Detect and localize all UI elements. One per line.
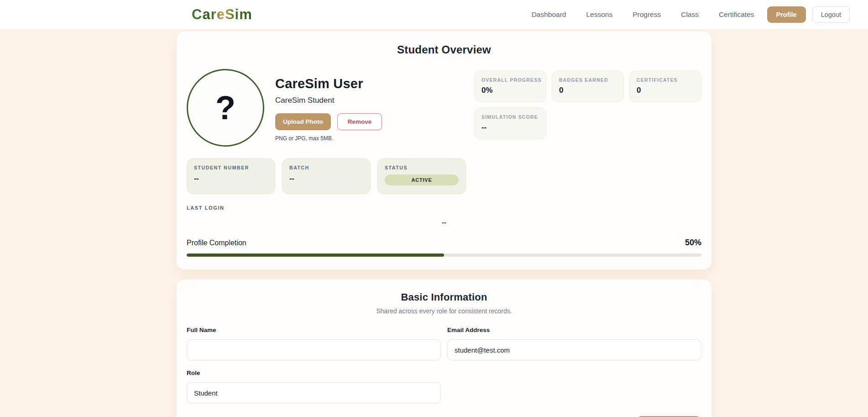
role-label: Role (187, 369, 441, 376)
stat-value: 0 (559, 86, 617, 95)
basic-info-title: Basic Information (187, 291, 701, 303)
caresim-logo[interactable]: CareSim (192, 6, 252, 23)
email-label: Email Address (447, 327, 701, 333)
nav-item-dashboard[interactable]: Dashboard (532, 11, 566, 19)
nav-links: Dashboard Lessons Progress Class Certifi… (532, 11, 754, 19)
detail-label: STUDENT NUMBER (194, 165, 268, 170)
profile-button[interactable]: Profile (767, 6, 806, 23)
completion-label: Profile Completion (187, 239, 246, 247)
photo-hint: PNG or JPG, max 5MB. (275, 135, 382, 142)
stat-label: OVERALL PROGRESS (481, 77, 539, 83)
completion-header: Profile Completion 50% (187, 238, 701, 248)
basic-information-card: Basic Information Shared across every ro… (177, 280, 711, 417)
detail-value: -- (289, 174, 363, 183)
profile-row: ? CareSim User CareSim Student Upload Ph… (187, 69, 701, 147)
top-navigation-bar: CareSim Dashboard Lessons Progress Class… (0, 0, 868, 29)
nav-item-class[interactable]: Class (681, 11, 699, 19)
stat-label: BADGES EARNED (559, 77, 617, 83)
completion-percent: 50% (685, 238, 701, 248)
full-name-field[interactable] (187, 339, 441, 360)
detail-label: STATUS (385, 165, 459, 170)
profile-completion-block: Profile Completion 50% (187, 238, 701, 257)
email-field[interactable] (447, 339, 701, 360)
nav-item-progress[interactable]: Progress (633, 11, 661, 19)
user-role: CareSim Student (275, 96, 382, 105)
stat-card-badges-earned: BADGES EARNED 0 (552, 71, 624, 102)
page-content: Student Overview ? CareSim User CareSim … (0, 29, 868, 417)
role-group: Role (187, 369, 441, 403)
detail-value: -- (194, 174, 268, 183)
nav-item-certificates[interactable]: Certificates (719, 11, 754, 19)
stat-label: CERTIFICATES (637, 77, 694, 83)
last-login-value: -- (187, 218, 701, 226)
avatar: ? (187, 69, 264, 147)
last-login-block: LAST LOGIN -- (187, 205, 701, 226)
stat-card-simulation-score: SIMULATION SCORE -- (474, 108, 546, 139)
logout-button[interactable]: Logout (812, 6, 850, 23)
progress-bar-fill (187, 253, 444, 257)
basic-info-subtitle: Shared across every role for consistent … (187, 307, 701, 315)
stat-value: -- (481, 123, 539, 132)
remove-photo-button[interactable]: Remove (337, 113, 382, 130)
detail-card-batch: BATCH -- (282, 158, 371, 194)
detail-label: BATCH (289, 165, 363, 170)
last-login-label: LAST LOGIN (187, 205, 701, 211)
stat-value: 0% (481, 86, 539, 95)
progress-bar-track (187, 253, 701, 257)
stat-card-certificates: CERTIFICATES 0 (629, 71, 701, 102)
student-overview-card: Student Overview ? CareSim User CareSim … (177, 32, 711, 269)
page-title: Student Overview (187, 43, 701, 56)
identity-block: CareSim User CareSim Student Upload Phot… (275, 69, 382, 147)
full-name-label: Full Name (187, 327, 441, 333)
upload-photo-button[interactable]: Upload Photo (275, 113, 331, 130)
email-group: Email Address (447, 327, 701, 360)
nav-item-lessons[interactable]: Lessons (586, 11, 612, 19)
photo-buttons: Upload Photo Remove (275, 113, 382, 130)
detail-card-student-number: STUDENT NUMBER -- (187, 158, 275, 194)
user-name: CareSim User (275, 76, 382, 91)
basic-info-form: Full Name Email Address Role (187, 327, 701, 403)
role-field[interactable] (187, 382, 441, 403)
detail-cards-row: STUDENT NUMBER -- BATCH -- STATUS ACTIVE (187, 158, 701, 194)
status-badge: ACTIVE (385, 174, 459, 185)
full-name-group: Full Name (187, 327, 441, 360)
stat-card-overall-progress: OVERALL PROGRESS 0% (474, 71, 546, 102)
stats-grid: OVERALL PROGRESS 0% BADGES EARNED 0 CERT… (474, 69, 701, 147)
detail-card-status: STATUS ACTIVE (377, 158, 466, 194)
stat-label: SIMULATION SCORE (481, 114, 539, 120)
avatar-placeholder-icon: ? (215, 91, 235, 124)
stat-value: 0 (637, 86, 694, 95)
